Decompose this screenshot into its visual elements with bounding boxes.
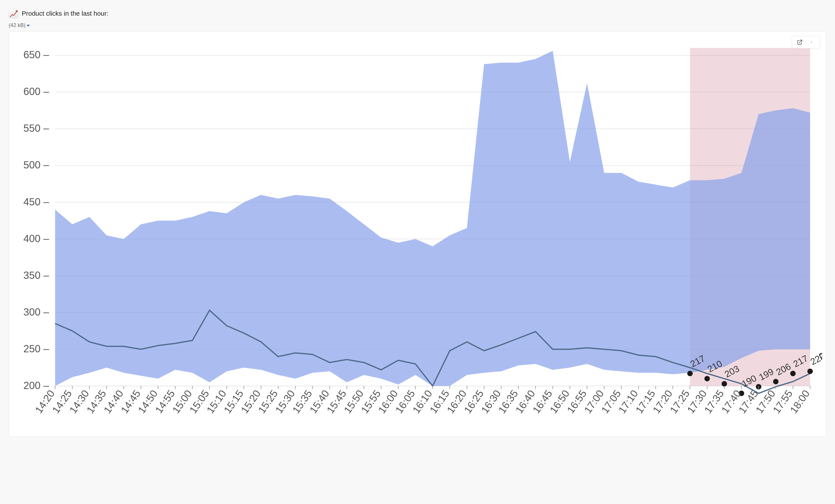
svg-point-26 (704, 376, 710, 381)
svg-text:250 –: 250 – (23, 343, 49, 355)
chart-increasing-icon (9, 9, 18, 18)
svg-point-2 (811, 43, 812, 43)
svg-point-24 (687, 371, 693, 376)
svg-text:300 –: 300 – (23, 306, 49, 318)
svg-point-34 (773, 379, 778, 384)
message-title: Product clicks in the last hour: (22, 10, 108, 17)
file-size-label: (42 kB) (9, 22, 25, 28)
svg-point-36 (790, 371, 796, 376)
svg-text:200 –: 200 – (23, 380, 49, 391)
open-external-button[interactable] (797, 39, 803, 45)
svg-point-0 (811, 41, 812, 42)
chart-plot: 200 –250 –300 –350 –400 –450 –500 –550 –… (13, 36, 822, 434)
more-actions-button[interactable] (809, 39, 815, 45)
svg-point-28 (721, 381, 727, 386)
chart-svg: 200 –250 –300 –350 –400 –450 –500 –550 –… (13, 36, 822, 434)
svg-text:400 –: 400 – (23, 233, 49, 244)
more-vertical-icon (811, 39, 813, 45)
svg-point-1 (811, 42, 812, 42)
chart-card: 200 –250 –300 –350 –400 –450 –500 –550 –… (9, 31, 826, 437)
chart-actions-toolbar (792, 36, 820, 48)
svg-text:650 –: 650 – (23, 49, 49, 60)
svg-text:500 –: 500 – (23, 159, 49, 171)
svg-text:450 –: 450 – (23, 196, 49, 208)
chevron-down-icon (27, 25, 30, 26)
external-link-icon (797, 39, 802, 45)
message-header: Product clicks in the last hour: (9, 9, 826, 18)
file-size-dropdown[interactable]: (42 kB) (9, 22, 826, 28)
svg-text:350 –: 350 – (23, 270, 49, 281)
svg-text:550 –: 550 – (23, 122, 49, 134)
svg-text:600 –: 600 – (23, 86, 49, 97)
svg-point-38 (808, 369, 813, 374)
